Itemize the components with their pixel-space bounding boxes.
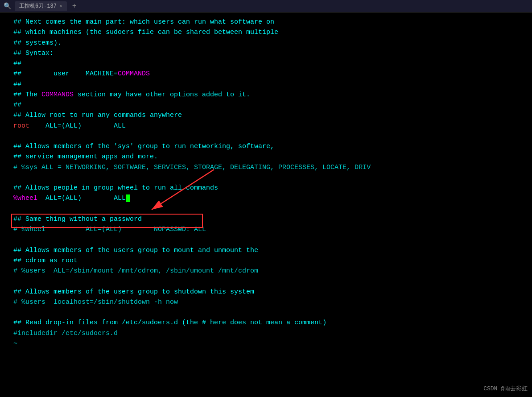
terminal-line <box>13 276 519 286</box>
terminal-line: ## Same thing without a password <box>13 214 519 224</box>
terminal-line: ## service management apps and more. <box>13 152 519 162</box>
terminal-line: ## <box>13 58 519 69</box>
tab-terminal[interactable]: 工控机6刀-137 × <box>15 1 67 11</box>
terminal-line: ## Allows members of the users group to … <box>13 245 519 256</box>
terminal-line: ## which machines (the sudoers file can … <box>13 27 519 37</box>
terminal-line <box>13 131 519 141</box>
terminal-line: ## Syntax: <box>13 48 519 58</box>
search-icon: 🔍 <box>4 2 11 10</box>
close-tab-button[interactable]: × <box>59 4 62 9</box>
terminal-line: ~ <box>13 339 519 349</box>
terminal-line: ## Allows people in group wheel to run a… <box>13 183 519 193</box>
terminal-line <box>13 235 519 245</box>
add-tab-button[interactable]: + <box>70 2 78 10</box>
title-bar: 🔍 工控机6刀-137 × + <box>0 0 532 12</box>
terminal-line: ## The COMMANDS section may have other o… <box>13 90 519 100</box>
terminal-line <box>13 204 519 214</box>
terminal-line: ## Allows members of the users group to … <box>13 287 519 297</box>
terminal-line: ## <box>13 100 519 110</box>
terminal-line: ## Read drop-in files from /etc/sudoers.… <box>13 318 519 328</box>
terminal-line <box>13 173 519 183</box>
terminal-line: # %users ALL=/sbin/mount /mnt/cdrom, /sb… <box>13 266 519 276</box>
terminal-line: ## <box>13 79 519 90</box>
terminal-line: ## Allow root to run any commands anywhe… <box>13 110 519 120</box>
terminal-line: #includedir /etc/sudoers.d <box>13 328 519 339</box>
terminal-line: %wheel ALL=(ALL) ALL <box>13 193 519 203</box>
terminal-line <box>13 307 519 318</box>
terminal-line: # %wheel ALL=(ALL) NOPASSWD: ALL <box>13 224 519 235</box>
watermark: CSDN @雨去彩虹 <box>483 385 528 393</box>
terminal-line: ## user MACHINE=COMMANDS <box>13 69 519 79</box>
terminal-line: ## cdrom as root <box>13 256 519 266</box>
tab-label: 工控机6刀-137 <box>19 2 57 10</box>
terminal-content: ## Next comes the main part: which users… <box>0 12 532 353</box>
terminal-line: # %sys ALL = NETWORKING, SOFTWARE, SERVI… <box>13 162 519 173</box>
terminal-line: # %users localhost=/sbin/shutdown -h now <box>13 297 519 307</box>
terminal-line: ## Allows members of the 'sys' group to … <box>13 141 519 152</box>
terminal-line: ## Next comes the main part: which users… <box>13 17 519 27</box>
terminal-line: ## systems). <box>13 38 519 48</box>
terminal-line: root ALL=(ALL) ALL <box>13 121 519 131</box>
